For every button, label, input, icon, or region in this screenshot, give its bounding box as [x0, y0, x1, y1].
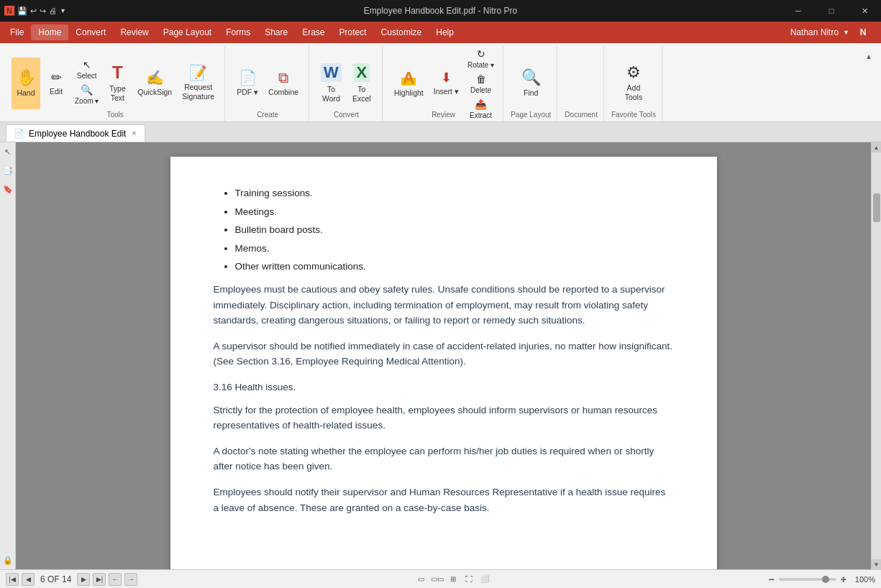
next-page-button[interactable]: ▶ — [77, 573, 90, 586]
to-word-button[interactable]: W ToWord — [316, 58, 346, 109]
tab-close-button[interactable]: × — [130, 129, 137, 138]
add-tools-icon: ⚙ — [626, 65, 641, 81]
menu-home[interactable]: Home — [31, 24, 68, 40]
quicksign-button[interactable]: ✍ QuickSign — [133, 58, 176, 109]
tools-label: Tools — [106, 109, 123, 120]
app-icon: 🅽 — [4, 5, 14, 17]
sidebar-security-icon[interactable]: 🔒 — [1, 553, 14, 566]
extract-icon: 📤 — [475, 98, 487, 110]
page-actions-col: ↻ Rotate ▾ 🗑 Delete 📤 Extract — [465, 58, 497, 109]
list-item: Bulletin board posts. — [235, 222, 674, 238]
menu-review[interactable]: Review — [113, 24, 155, 40]
zoom-controls: − + 100% — [769, 574, 875, 585]
add-tools-button[interactable]: ⚙ AddTools — [619, 58, 648, 109]
full-screen-view[interactable]: ⛶ — [462, 573, 475, 586]
maximize-button[interactable]: □ — [815, 0, 848, 22]
zoom-slider-thumb[interactable] — [822, 576, 829, 583]
paragraph-doctor-note: A doctor's note stating whether the empl… — [214, 444, 674, 474]
menu-customize[interactable]: Customize — [374, 24, 429, 40]
edit-button[interactable]: ✏ Edit — [42, 58, 70, 109]
menu-share[interactable]: Share — [257, 24, 295, 40]
last-page-button[interactable]: ▶| — [93, 573, 106, 586]
list-item: Meetings. — [235, 204, 674, 220]
delete-button[interactable]: 🗑 Delete — [465, 72, 497, 96]
menu-protect[interactable]: Protect — [332, 24, 374, 40]
page-layout-label: Page Layout — [511, 109, 551, 120]
menu-help[interactable]: Help — [429, 24, 461, 40]
menu-forms[interactable]: Forms — [219, 24, 257, 40]
scroll-down-button[interactable]: ▼ — [872, 559, 882, 569]
tools-buttons: ✋ Hand ✏ Edit ↖ Select 🔍 Zoom ▾ T TypeTe… — [12, 46, 219, 109]
ribbon-collapse-button[interactable]: ▲ — [862, 46, 875, 65]
window-controls: ─ □ ✕ — [782, 0, 881, 22]
excel-icon: X — [354, 63, 370, 82]
find-button[interactable]: 🔍 Find — [516, 58, 545, 109]
highlight-button[interactable]: A Highlight — [390, 58, 428, 109]
favorite-tools-buttons: ⚙ AddTools — [619, 46, 648, 109]
sidebar-pages-icon[interactable]: 📑 — [1, 164, 14, 177]
edit-icon: ✏ — [51, 71, 62, 84]
sidebar-pointer-icon[interactable]: ↖ — [1, 145, 14, 158]
two-page-view[interactable]: ▭▭ — [431, 573, 444, 586]
type-text-icon: T — [112, 64, 123, 81]
single-page-view[interactable]: ▭ — [415, 573, 428, 586]
menu-convert[interactable]: Convert — [68, 24, 113, 40]
review-buttons: A Highlight ⬇ Insert ▾ ↻ Rotate ▾ 🗑 Dele… — [390, 46, 497, 109]
prev-page-button[interactable]: ◀ — [22, 573, 35, 586]
rotate-button[interactable]: ↻ Rotate ▾ — [465, 47, 497, 70]
redo-icon[interactable]: ↪ — [40, 6, 46, 16]
sidebar-bookmark-icon[interactable]: 🔖 — [1, 183, 14, 196]
document-label: Document — [565, 109, 598, 120]
request-signature-button[interactable]: 📝 RequestSignature — [178, 58, 219, 109]
hand-tool-button[interactable]: ✋ Hand — [12, 58, 40, 109]
rotate-icon: ↻ — [477, 48, 485, 60]
extract-button[interactable]: 📤 Extract — [465, 97, 497, 121]
bullet-list: Training sessions. Meetings. Bulletin bo… — [235, 185, 674, 275]
menu-file[interactable]: File — [3, 24, 31, 40]
next-view-button[interactable]: → — [124, 573, 137, 586]
create-buttons: 📄 PDF ▾ ⧉ Combine — [232, 46, 303, 109]
ribbon-group-page-layout: 🔍 Find Page Layout — [505, 46, 557, 121]
save-icon[interactable]: 💾 — [17, 6, 27, 16]
to-excel-button[interactable]: X ToExcel — [347, 58, 376, 109]
vertical-scrollbar[interactable]: ▲ ▼ — [871, 142, 881, 569]
combine-icon: ⧉ — [278, 70, 288, 85]
minimize-button[interactable]: ─ — [782, 0, 815, 22]
document-page: Training sessions. Meetings. Bulletin bo… — [170, 157, 717, 569]
zoom-level: 100% — [851, 575, 875, 584]
pdf-button[interactable]: 📄 PDF ▾ — [232, 58, 263, 109]
insert-button[interactable]: ⬇ Insert ▾ — [429, 58, 463, 109]
combine-button[interactable]: ⧉ Combine — [264, 58, 303, 109]
quick-access-toolbar: 🅽 💾 ↩ ↪ 🖨 ▼ — [0, 0, 66, 22]
menu-erase[interactable]: Erase — [295, 24, 332, 40]
type-text-button[interactable]: T TypeText — [103, 58, 132, 109]
zoom-slider[interactable] — [779, 578, 836, 581]
scroll-up-button[interactable]: ▲ — [872, 142, 882, 152]
tab-label: Employee Handbook Edit — [29, 129, 126, 139]
close-button[interactable]: ✕ — [848, 0, 881, 22]
zoom-group: ↖ Select 🔍 Zoom ▾ — [72, 58, 101, 109]
select-button[interactable]: ↖ Select — [72, 58, 101, 81]
undo-icon[interactable]: ↩ — [30, 6, 37, 16]
menu-page-layout[interactable]: Page Layout — [156, 24, 219, 40]
ribbon-group-create: 📄 PDF ▾ ⧉ Combine Create — [227, 46, 309, 121]
dropdown-icon[interactable]: ▼ — [60, 7, 66, 14]
print-icon[interactable]: 🖨 — [49, 6, 57, 15]
zoom-button[interactable]: 🔍 Zoom ▾ — [72, 83, 101, 106]
user-dropdown-icon[interactable]: ▼ — [843, 29, 849, 36]
grid-view[interactable]: ⊞ — [447, 573, 460, 586]
document-tab[interactable]: 📄 Employee Handbook Edit × — [6, 124, 145, 142]
view-controls: ▭ ▭▭ ⊞ ⛶ ⬜ — [415, 573, 491, 586]
scroll-thumb[interactable] — [873, 193, 880, 222]
first-page-button[interactable]: |◀ — [6, 573, 19, 586]
prev-view-button[interactable]: ← — [109, 573, 122, 586]
window-title: Employee Handbook Edit.pdf - Nitro Pro — [364, 6, 517, 16]
zoom-plus-button[interactable]: + — [841, 574, 846, 585]
presentation-view[interactable]: ⬜ — [478, 573, 491, 586]
left-sidebar: ↖ 📑 🔖 🔒 — [0, 142, 16, 569]
scroll-track[interactable] — [872, 152, 882, 559]
list-item: Other written communications. — [235, 259, 674, 275]
zoom-minus-button[interactable]: − — [769, 574, 775, 585]
tab-bar: 📄 Employee Handbook Edit × — [0, 122, 881, 142]
page-info: 6 OF 14 — [37, 574, 74, 584]
